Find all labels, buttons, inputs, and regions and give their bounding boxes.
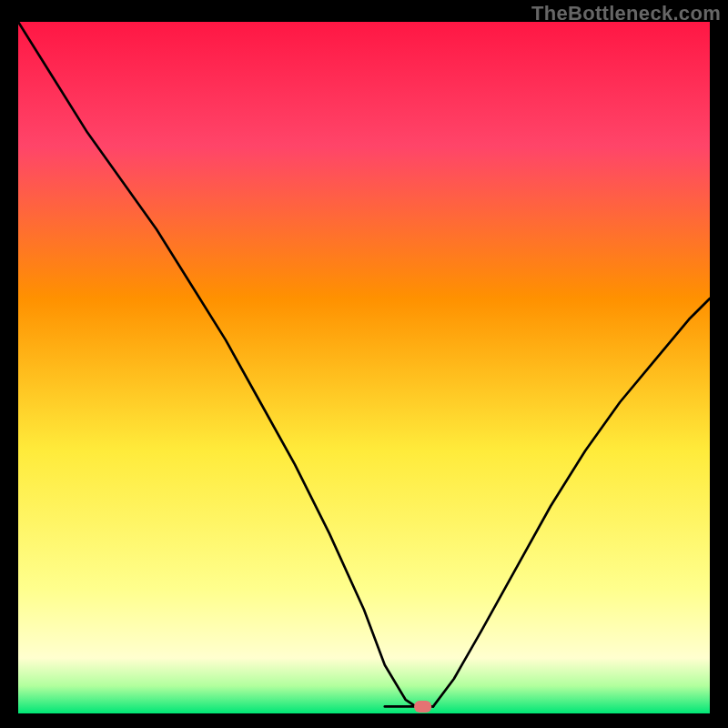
- minimum-marker: [414, 701, 432, 712]
- plot-area: [18, 22, 710, 713]
- curve-layer: [18, 22, 710, 713]
- left-curve: [18, 22, 416, 706]
- right-curve: [433, 298, 710, 706]
- watermark-text: TheBottleneck.com: [531, 2, 721, 25]
- chart-container: TheBottleneck.com: [0, 0, 728, 728]
